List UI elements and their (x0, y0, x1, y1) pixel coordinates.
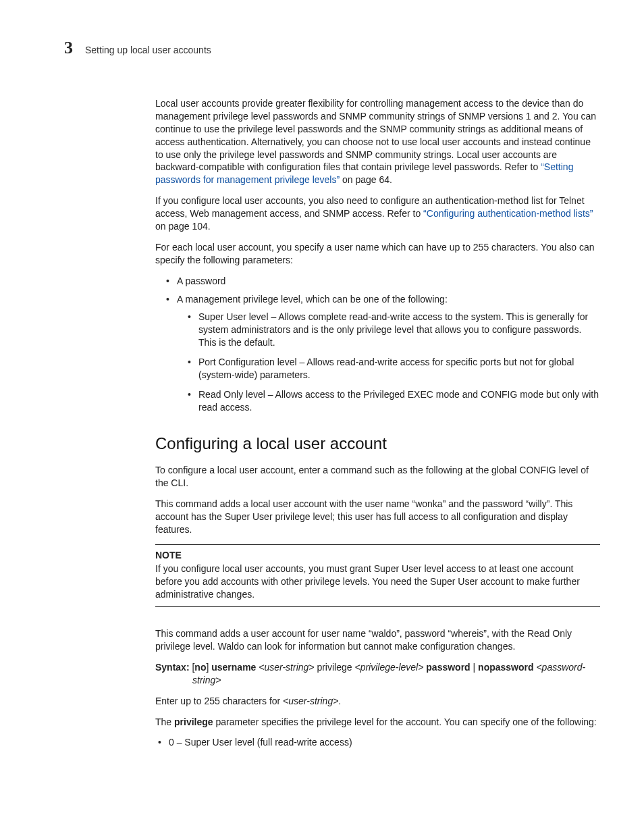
text: on page 104. (155, 221, 211, 232)
note-box: NOTE If you configure local user account… (155, 544, 600, 608)
text: . (338, 696, 341, 706)
paragraph: The privilege parameter specifies the pr… (155, 716, 600, 729)
section-heading: Configuring a local user account (155, 433, 600, 454)
syntax-line: Syntax: [no] username <user-string> priv… (155, 661, 600, 687)
paragraph: To configure a local user account, enter… (155, 464, 600, 490)
text: 0 – Super User level (full read-write ac… (169, 737, 352, 748)
list-item: Read Only level – Allows access to the P… (177, 388, 600, 414)
list-item: 0 – Super User level (full read-write ac… (155, 736, 600, 749)
page-content: Local user accounts provide greater flex… (155, 97, 600, 749)
list-item: Port Configuration level – Allows read-a… (177, 356, 600, 382)
text: The (155, 716, 174, 727)
text: A password (177, 276, 225, 286)
text: Port Configuration level – Allows read-a… (198, 357, 574, 380)
list-item: A management privilege level, which can … (155, 293, 600, 414)
variable: <user-string> (283, 696, 338, 706)
text: on page 64. (340, 174, 392, 185)
text: A management privilege level, which can … (177, 294, 448, 305)
text: Super User level – Allows complete read-… (198, 311, 588, 348)
intro-paragraph-1: Local user accounts provide greater flex… (155, 97, 600, 186)
note-label: NOTE (155, 549, 600, 562)
paragraph: This command adds a user account for use… (155, 627, 600, 653)
intro-paragraph-2: If you configure local user accounts, yo… (155, 194, 600, 233)
variable: <privilege-level> (354, 662, 423, 673)
variable: <user-string> (259, 662, 314, 673)
chapter-number: 3 (64, 39, 73, 57)
keyword: nopassword (478, 662, 533, 673)
parameter-list: A password A management privilege level,… (155, 275, 600, 414)
privilege-sublist: Super User level – Allows complete read-… (177, 311, 600, 413)
intro-paragraph-3: For each local user account, you specify… (155, 241, 600, 267)
keyword: privilege (174, 716, 213, 727)
text: Local user accounts provide greater flex… (155, 98, 596, 172)
paragraph: This command adds a local user account w… (155, 498, 600, 536)
list-item: Super User level – Allows complete read-… (177, 311, 600, 349)
link-auth-method-lists[interactable]: “Configuring authentication-method lists… (423, 208, 593, 219)
paragraph: Enter up to 255 characters for <user-str… (155, 695, 600, 708)
document-page: 3 Setting up local user accounts Local u… (0, 0, 644, 834)
list-item: A password (155, 275, 600, 288)
text: parameter specifies the privilege level … (213, 716, 597, 727)
keyword: username (211, 662, 256, 673)
text: privilege (315, 662, 355, 673)
running-title: Setting up local user accounts (85, 45, 211, 55)
running-header: 3 Setting up local user accounts (64, 39, 600, 57)
keyword: no (194, 662, 206, 673)
text: | (471, 662, 478, 673)
keyword: password (426, 662, 470, 673)
syntax-label: Syntax: (155, 662, 190, 673)
note-body: If you configure local user accounts, yo… (155, 563, 600, 601)
text: Enter up to 255 characters for (155, 696, 283, 706)
text: Read Only level – Allows access to the P… (198, 389, 599, 413)
level-list: 0 – Super User level (full read-write ac… (155, 736, 600, 749)
